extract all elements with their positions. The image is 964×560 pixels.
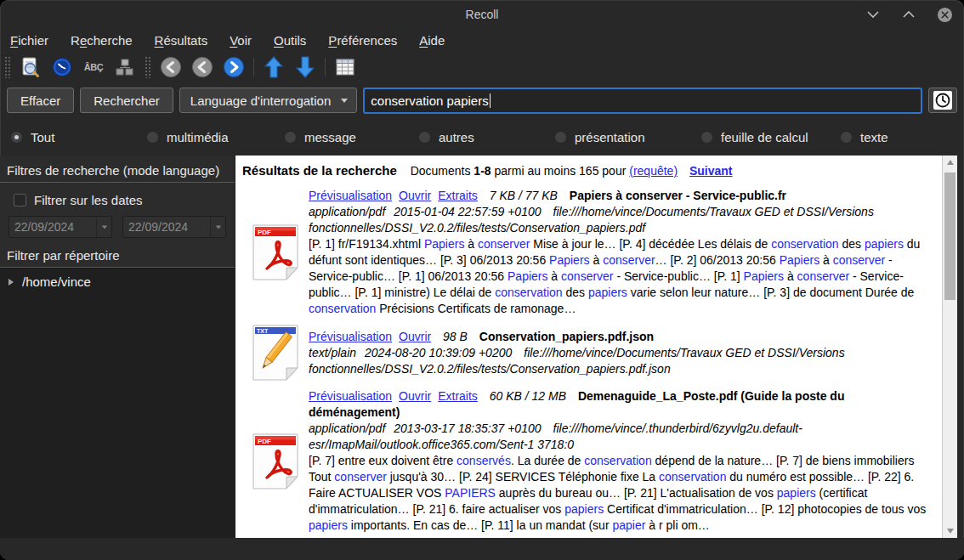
result-size: 60 KB / 12 MB <box>490 389 566 403</box>
radio-icon <box>554 131 567 144</box>
date-dropdown-button[interactable] <box>210 217 225 237</box>
radio-label: présentation <box>575 130 645 144</box>
pdf-file-icon: PDF <box>242 224 309 280</box>
menu-item-0[interactable]: Fichier <box>10 33 48 48</box>
date-filter-toggle[interactable]: Filtrer sur les dates <box>14 193 228 207</box>
scrollbar-up-arrow[interactable] <box>943 156 957 169</box>
result-links: PrévisualisationOuvrirExtraits <box>309 389 485 403</box>
date-from-field[interactable]: 22/09/2024 <box>9 216 112 238</box>
directory-tree: /home/vince <box>0 268 235 538</box>
result-content: PrévisualisationOuvrir 98 B Conservation… <box>309 329 933 377</box>
page-first-icon[interactable] <box>159 55 183 79</box>
term-explorer-icon[interactable]: ÂBÇ <box>82 55 105 79</box>
result-content: PrévisualisationOuvrirExtraits 60 KB / 1… <box>309 388 933 534</box>
scrollbar-down-arrow[interactable] <box>943 524 957 538</box>
date-to-field[interactable]: 22/09/2024 <box>122 216 226 238</box>
result-mime: text/plain <box>309 346 356 359</box>
result-links: PrévisualisationOuvrir <box>309 330 438 343</box>
toolbar-grip[interactable] <box>145 56 151 78</box>
radio-label: multimédia <box>167 130 229 144</box>
tree-item-0[interactable]: /home/vince <box>9 274 235 289</box>
document-preview-icon[interactable] <box>19 55 43 79</box>
result-size: 98 B <box>443 330 468 343</box>
menu-item-3[interactable]: Voir <box>230 33 252 48</box>
result-date: 2024-08-20 10:39:09 +0200 <box>365 346 512 359</box>
result-link[interactable]: Ouvrir <box>399 330 431 343</box>
result-item: PDF PrévisualisationOuvrirExtraits 7 KB … <box>242 188 933 317</box>
menu-item-2[interactable]: Résultats <box>155 33 208 48</box>
result-link[interactable]: Prévisualisation <box>309 330 392 343</box>
search-row: Effacer Rechercher Language d'interrogat… <box>0 82 964 118</box>
tree-expander-icon[interactable] <box>9 279 14 286</box>
chevron-down-icon <box>215 225 220 229</box>
tree-item-label: /home/vince <box>22 274 91 289</box>
radio-label: texte <box>860 130 888 144</box>
radio-icon <box>284 131 297 144</box>
page-previous-icon[interactable] <box>190 55 214 79</box>
date-range-row: 22/09/2024 22/09/2024 <box>9 216 226 238</box>
chevron-up-icon <box>902 10 916 19</box>
result-link[interactable]: Prévisualisation <box>309 389 392 403</box>
text-caret <box>490 93 491 108</box>
history-clock-icon[interactable] <box>50 55 74 79</box>
toolbar-grip[interactable] <box>4 56 11 78</box>
menu-item-4[interactable]: Outils <box>274 33 306 48</box>
result-headline: PrévisualisationOuvrirExtraits 60 KB / 1… <box>309 388 933 421</box>
search-mode-dropdown[interactable]: Language d'interrogation <box>179 88 358 113</box>
category-radio-1[interactable]: multimédia <box>146 130 284 144</box>
close-button[interactable] <box>935 5 954 24</box>
scroll-up-icon[interactable] <box>262 55 286 79</box>
category-radio-5[interactable]: feuille de calcul <box>700 130 840 144</box>
category-radio-0[interactable]: Tout <box>10 130 146 144</box>
date-filter-label: Filtrer sur les dates <box>34 193 143 207</box>
result-date: 2013-03-17 18:35:37 +0100 <box>394 421 541 435</box>
next-page-link[interactable]: Suivant <box>689 164 733 178</box>
query-history-button[interactable] <box>928 88 957 113</box>
result-link[interactable]: Ouvrir <box>399 389 431 403</box>
title-bar: Recoll <box>0 0 964 29</box>
search-input[interactable]: conservation papiers <box>363 88 922 114</box>
filters-sidebar: Filtres de recherche (mode language) Fil… <box>0 156 235 538</box>
page-next-icon[interactable] <box>222 55 246 79</box>
results-list: PDF PrévisualisationOuvrirExtraits 7 KB … <box>242 188 933 534</box>
category-radio-4[interactable]: présentation <box>554 130 700 144</box>
result-links: PrévisualisationOuvrirExtraits <box>309 189 485 202</box>
date-to-value: 22/09/2024 <box>123 220 210 234</box>
results-scrollbar[interactable] <box>942 156 957 538</box>
result-snippet: [P. 7] entre eux doivent être conservés.… <box>309 453 933 534</box>
result-link[interactable]: Ouvrir <box>399 189 431 202</box>
result-mime: application/pdf <box>309 421 385 435</box>
date-dropdown-button[interactable] <box>96 217 111 237</box>
result-link[interactable]: Extraits <box>438 189 478 202</box>
results-table-icon[interactable] <box>333 55 357 79</box>
result-link[interactable]: Prévisualisation <box>309 189 392 202</box>
clock-icon <box>933 91 952 110</box>
radio-icon <box>840 131 853 144</box>
clear-button[interactable]: Effacer <box>7 88 74 113</box>
category-radio-2[interactable]: message <box>284 130 418 144</box>
main-area: Filtres de recherche (mode language) Fil… <box>0 156 964 538</box>
scroll-down-icon[interactable] <box>293 55 317 79</box>
maximize-button[interactable] <box>899 5 918 24</box>
radio-icon <box>146 131 159 144</box>
category-radio-6[interactable]: texte <box>840 130 888 144</box>
menu-item-6[interactable]: Aide <box>419 33 445 48</box>
window-controls <box>864 0 954 29</box>
query-detail-link[interactable]: (requête) <box>629 164 678 178</box>
menu-item-1[interactable]: Recherche <box>71 33 133 48</box>
search-button[interactable]: Rechercher <box>80 88 173 113</box>
category-radio-3[interactable]: autres <box>418 130 554 144</box>
chevron-down-icon <box>866 10 880 19</box>
dir-filter-title: Filtrer par répertoire <box>0 246 235 268</box>
recoll-window: Recoll FichierRechercheRésultatsVoirOuti… <box>0 0 964 560</box>
scrollbar-thumb[interactable] <box>944 173 955 300</box>
toolbar: ÂBÇ <box>0 52 964 82</box>
category-filter-row: Toutmultimédiamessageautresprésentationf… <box>0 118 964 156</box>
result-headline: PrévisualisationOuvrir 98 B Conservation… <box>309 329 933 345</box>
sort-parameters-icon[interactable] <box>113 55 137 79</box>
menu-item-5[interactable]: Préférences <box>328 33 397 48</box>
minimize-button[interactable] <box>864 5 882 24</box>
docs-label: Documents <box>411 164 471 178</box>
result-size: 7 KB / 77 KB <box>490 189 558 202</box>
result-link[interactable]: Extraits <box>438 389 478 403</box>
